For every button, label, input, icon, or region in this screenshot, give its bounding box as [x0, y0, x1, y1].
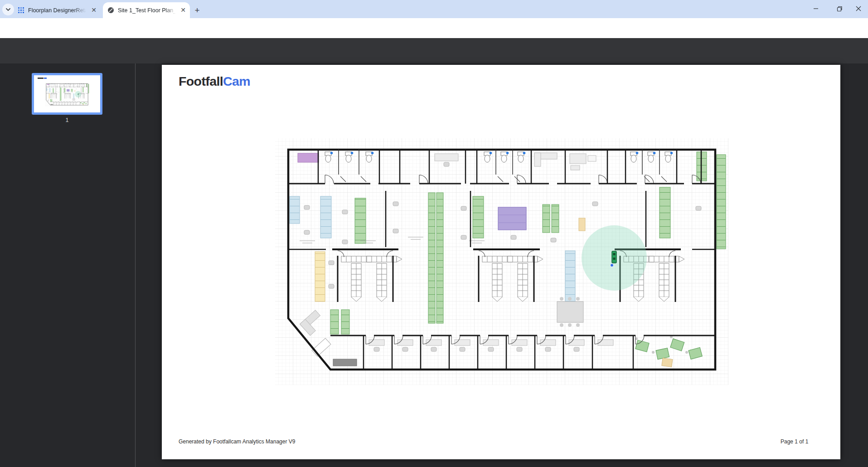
grid-dots-icon: [18, 7, 24, 14]
window-close-button[interactable]: [848, 0, 868, 17]
tab-title: Site 1_Test Floor Plan_2025-07-2: [118, 7, 176, 14]
page-footer-right: Page 1 of 1: [781, 438, 808, 445]
minimize-icon: [813, 6, 819, 11]
address-bar: File C:/Users/Meta/Downloads/Site%201_Te…: [0, 18, 868, 38]
pdf-toolbar: Site 1_Test Floor Plan_2025-07-24.pdf 1 …: [0, 38, 868, 63]
tab-title: Floorplan DesignerRetailCamCo: [28, 7, 86, 14]
thumbnail-floor-plan: [45, 83, 89, 107]
floor-plan: [275, 138, 728, 385]
page-footer-left: Generated by Footfallcam Analytics Manag…: [179, 438, 295, 445]
tab-floorplan-designer[interactable]: Floorplan DesignerRetailCamCo ✕: [14, 2, 101, 18]
tab-close-icon[interactable]: ✕: [179, 6, 187, 14]
tab-close-icon[interactable]: ✕: [90, 6, 98, 14]
restore-icon: [837, 6, 843, 12]
browser-window: Floorplan DesignerRetailCamCo ✕ Site 1_T…: [0, 0, 868, 467]
window-restore-button[interactable]: [829, 0, 850, 17]
pdf-page: FootfallCam Generated by Footfallcam Ana…: [162, 65, 840, 459]
footfallcam-logo: FootfallCam: [179, 74, 250, 89]
tab-pdf-active[interactable]: Site 1_Test Floor Plan_2025-07-2 ✕: [103, 2, 190, 18]
pdf-document-icon: [107, 7, 114, 14]
new-tab-button[interactable]: +: [191, 5, 203, 16]
pdf-viewer-content: 1 FootfallCam Generated by Footfallcam A…: [0, 63, 868, 467]
thumbnail-page-number: 1: [32, 117, 102, 123]
close-icon: [856, 6, 861, 11]
page-thumbnail[interactable]: [32, 73, 102, 115]
sidebar-divider: [135, 63, 136, 467]
tab-search-button[interactable]: [2, 4, 14, 15]
thumbnail-sidebar: 1: [0, 63, 135, 467]
logo-text-accent: Cam: [223, 74, 250, 88]
thumbnail-page-preview: [34, 75, 100, 112]
thumbnail-logo-mark: [38, 78, 44, 79]
logo-text-primary: Footfall: [179, 74, 223, 88]
chevron-down-icon: [5, 7, 11, 12]
tab-strip: Floorplan DesignerRetailCamCo ✕ Site 1_T…: [0, 0, 868, 18]
window-minimize-button[interactable]: [805, 0, 826, 17]
